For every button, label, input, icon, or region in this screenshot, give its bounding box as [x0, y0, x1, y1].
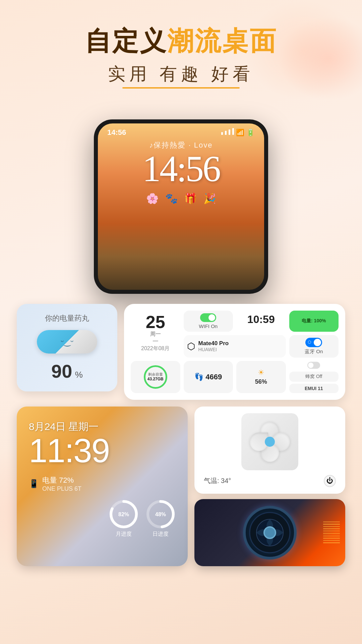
- fan-blade: [250, 422, 290, 462]
- cell-date-month: 2022年08月: [133, 345, 178, 352]
- daily-label: 日进度: [153, 531, 169, 538]
- device-name: ONE PLUS 6T: [42, 485, 176, 492]
- huawei-brand: HUAWEI: [198, 347, 283, 352]
- fan-center: [265, 437, 275, 447]
- cell-time: 10:59: [236, 311, 286, 332]
- fan-widget-column: 气温: 34° ⏻: [194, 407, 345, 566]
- huawei-info: Mate40 Pro HUAWEI: [198, 340, 283, 352]
- svg-text:48%: 48%: [155, 511, 166, 517]
- bt-label: 蓝牙 On: [305, 348, 323, 355]
- wifi-label: WIFI On: [199, 323, 218, 329]
- monthly-progress-wrap: 82% 月进度: [109, 499, 139, 538]
- huawei-model: Mate40 Pro: [198, 340, 283, 347]
- pill-face: ᵕ‿ᵕ: [61, 337, 74, 346]
- fan-widget-top: 气温: 34° ⏻: [194, 407, 345, 494]
- fan-widget-bottom: [194, 499, 345, 566]
- device-phone-icon: 📱: [29, 479, 39, 488]
- svg-text:82%: 82%: [118, 511, 129, 517]
- widgets-row2: 8月24日 星期一 11:39 📱 电量 72% ONE PLUS 6T 82%…: [17, 407, 345, 566]
- phone-status-time: 14:56: [107, 128, 126, 137]
- phone-time-display: ♪保持熱愛 · Love 14:56: [98, 140, 264, 187]
- cell-huawei: ⬡ Mate40 Pro HUAWEI: [184, 335, 286, 358]
- cell-date: 25 周一 — 2022年08月: [131, 311, 180, 358]
- signal-icon: [221, 128, 234, 137]
- phone-section: 14:56 📶 🔋 ♪保持熱愛 · Love 14:56 🌸🐾�: [0, 99, 362, 301]
- system-grid: 25 周一 — 2022年08月 WIFI On 10:59: [131, 311, 339, 393]
- storage-size: 43.27GB: [147, 377, 164, 381]
- fan-temp-row: 气温: 34° ⏻: [201, 475, 339, 487]
- battery-widget: 你的电量药丸 ᵕ‿ᵕ 90 %: [17, 304, 117, 391]
- cell-battery: 电量: 100%: [289, 311, 339, 332]
- cell-cellular: 蜂窝 Off EMUI 11: [289, 361, 339, 393]
- phone-status-icons: 📶 🔋: [221, 128, 255, 137]
- header-section: 自定义潮流桌面 实用 有趣 好看: [0, 0, 362, 99]
- power-icon: ⏻: [326, 477, 333, 485]
- barcode-strip: [323, 499, 340, 566]
- clock-device-row: 📱 电量 72% ONE PLUS 6T: [29, 475, 176, 492]
- cell-wifi[interactable]: WIFI On: [184, 311, 233, 332]
- cell-date-day: 25: [133, 313, 178, 331]
- dark-fan-svg: [246, 509, 293, 556]
- battery-bar-text: 电量: 100%: [302, 318, 326, 324]
- system-widget: 25 周一 — 2022年08月 WIFI On 10:59: [124, 304, 345, 400]
- title-part2: 潮流桌面: [167, 26, 277, 56]
- battery-percent-display: 90 %: [27, 360, 107, 382]
- storage-circle: 剩余容量 43.27GB: [144, 365, 167, 389]
- title-part1: 自定义: [85, 26, 167, 56]
- main-title: 自定义潮流桌面: [20, 27, 342, 56]
- fan-temp-label: 气温: 34°: [204, 476, 231, 485]
- huawei-logo-icon: ⬡: [187, 341, 195, 352]
- fan-power-button[interactable]: ⏻: [324, 475, 336, 487]
- fan-mechanic: [243, 506, 297, 559]
- pill-image: ᵕ‿ᵕ: [37, 330, 97, 354]
- subtitle: 实用 有趣 好看: [108, 62, 254, 86]
- daily-progress-svg: 48%: [145, 499, 176, 529]
- phone-big-time: 14:56: [98, 150, 264, 187]
- phone-status-bar: 14:56 📶 🔋: [98, 123, 264, 137]
- phone-mockup: 14:56 📶 🔋 ♪保持熱愛 · Love 14:56 🌸🐾�: [94, 119, 268, 294]
- battery-percent-value: 90: [51, 361, 72, 382]
- clock-progress-row: 82% 月进度 48% 日进度: [29, 499, 176, 538]
- emui-label: EMUI 11: [289, 384, 339, 393]
- device-info: 电量 72% ONE PLUS 6T: [42, 475, 176, 492]
- clock-time-big: 11:39: [29, 434, 176, 467]
- phone-screen: 14:56 📶 🔋 ♪保持熱愛 · Love 14:56 🌸🐾�: [98, 123, 264, 290]
- wifi-toggle[interactable]: [200, 313, 216, 322]
- cell-bt[interactable]: 蓝牙 On: [289, 335, 339, 358]
- widgets-section: 你的电量药丸 ᵕ‿ᵕ 90 % 25 周一 — 2022年08月: [0, 301, 362, 576]
- brightness-icon: ☀: [258, 368, 264, 377]
- wifi-icon: 📶: [236, 128, 244, 137]
- bt-toggle[interactable]: [305, 338, 322, 347]
- monthly-progress-svg: 82%: [109, 499, 139, 529]
- clock-widget: 8月24日 星期一 11:39 📱 电量 72% ONE PLUS 6T 82%…: [17, 407, 188, 566]
- steps-icon: 👣: [194, 373, 203, 381]
- svg-point-9: [268, 531, 272, 534]
- svg-point-6: [250, 513, 290, 553]
- fan-bottom-inner: [200, 504, 340, 561]
- phone-music-text: ♪保持熱愛 · Love: [98, 140, 264, 150]
- battery-widget-title: 你的电量药丸: [27, 313, 107, 323]
- cell-date-week: 周一 —: [133, 331, 178, 344]
- phone-icon-row: 🌸🐾🎁🎉: [98, 193, 264, 204]
- cell-brightness: ☀ 56%: [236, 361, 286, 393]
- storage-label: 剩余容量: [148, 372, 163, 377]
- fan-body: [241, 413, 298, 470]
- cell-time-value: 10:59: [239, 313, 283, 326]
- steps-value: 4669: [205, 373, 222, 381]
- device-battery: 电量 72%: [42, 475, 176, 485]
- brightness-value: 56%: [255, 378, 267, 385]
- battery-icon: 🔋: [246, 128, 255, 137]
- cellular-label: 蜂窝 Off: [289, 372, 339, 382]
- widgets-row1: 你的电量药丸 ᵕ‿ᵕ 90 % 25 周一 — 2022年08月: [17, 304, 345, 400]
- cellular-toggle[interactable]: [307, 362, 320, 369]
- daily-progress-wrap: 48% 日进度: [145, 499, 176, 538]
- svg-point-8: [266, 529, 274, 537]
- cell-storage: 剩余容量 43.27GB: [131, 361, 180, 393]
- cell-steps: 👣 4669: [184, 361, 233, 393]
- battery-unit: %: [75, 370, 83, 380]
- monthly-label: 月进度: [116, 531, 132, 538]
